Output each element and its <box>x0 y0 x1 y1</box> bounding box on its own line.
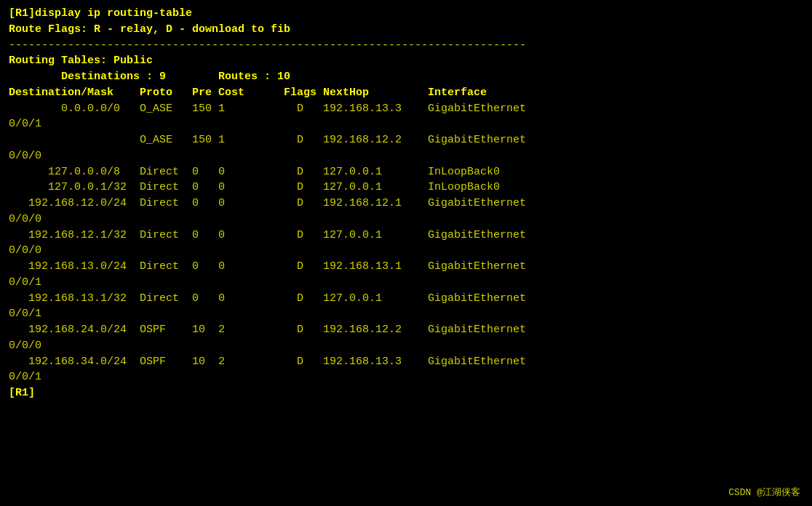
terminal-line: 0.0.0.0/0 O_ASE 150 1 D 192.168.13.3 Gig… <box>9 101 803 117</box>
terminal-line: Route Flags: R - relay, D - download to … <box>9 22 803 38</box>
terminal-line: 0/0/0 <box>9 338 803 354</box>
terminal-line: 0/0/1 <box>9 275 803 291</box>
terminal-line: 0/0/0 <box>9 243 803 259</box>
terminal-line: 192.168.24.0/24 OSPF 10 2 D 192.168.12.2… <box>9 322 803 338</box>
terminal-line: 192.168.13.1/32 Direct 0 0 D 127.0.0.1 G… <box>9 291 803 307</box>
terminal-line: 0/0/1 <box>9 116 803 132</box>
terminal-line: 192.168.34.0/24 OSPF 10 2 D 192.168.13.3… <box>9 354 803 370</box>
terminal-line: ----------------------------------------… <box>9 38 803 54</box>
terminal-line: 0/0/1 <box>9 306 803 322</box>
terminal-line: Destinations : 9 Routes : 10 <box>9 69 803 85</box>
terminal-line: 192.168.12.0/24 Direct 0 0 D 192.168.12.… <box>9 196 803 212</box>
terminal-line: Routing Tables: Public <box>9 53 803 69</box>
watermark: CSDN @江湖侠客 <box>728 486 800 499</box>
terminal-line: [R1] <box>9 385 803 401</box>
terminal-line: 192.168.13.0/24 Direct 0 0 D 192.168.13.… <box>9 259 803 275</box>
terminal-window: [R1]display ip routing-tableRoute Flags:… <box>0 0 812 506</box>
terminal-line: O_ASE 150 1 D 192.168.12.2 GigabitEthern… <box>9 132 803 148</box>
terminal-line: 0/0/0 <box>9 148 803 164</box>
terminal-line: 192.168.12.1/32 Direct 0 0 D 127.0.0.1 G… <box>9 228 803 244</box>
terminal-line: Destination/Mask Proto Pre Cost Flags Ne… <box>9 85 803 101</box>
terminal-line: [R1]display ip routing-table <box>9 6 803 22</box>
terminal-line: 0/0/1 <box>9 369 803 385</box>
terminal-line: 0/0/0 <box>9 212 803 228</box>
terminal-line: 127.0.0.0/8 Direct 0 0 D 127.0.0.1 InLoo… <box>9 164 803 180</box>
terminal-line: 127.0.0.1/32 Direct 0 0 D 127.0.0.1 InLo… <box>9 180 803 196</box>
